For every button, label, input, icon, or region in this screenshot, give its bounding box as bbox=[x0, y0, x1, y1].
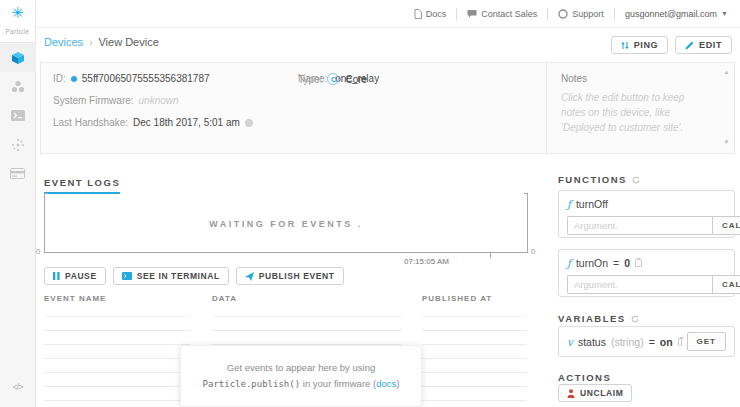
call-button[interactable]: CALL bbox=[712, 216, 740, 235]
account-email: gusgonnet@gmail.com bbox=[625, 9, 717, 19]
device-info: ID: 55ff70065075555356381787 Name: one_r… bbox=[53, 73, 533, 139]
publish-event-label: PUBLISH EVENT bbox=[259, 271, 335, 281]
unclaim-label: UNCLAIM bbox=[580, 388, 623, 398]
docs-icon bbox=[414, 9, 422, 19]
argument-input[interactable] bbox=[567, 216, 712, 235]
pause-icon bbox=[53, 272, 60, 280]
unclaim-person-icon bbox=[567, 389, 575, 398]
variable-equals: = bbox=[649, 336, 655, 348]
hint-code: Particle.publish() bbox=[203, 379, 301, 389]
get-button[interactable]: GET bbox=[687, 332, 726, 351]
notes-placeholder: Click the edit button to keep notes on t… bbox=[561, 90, 711, 135]
particle-logo[interactable]: ✳ Particle bbox=[0, 0, 35, 43]
notes-panel: Notes Click the edit button to keep note… bbox=[546, 63, 736, 153]
docs-label: Docs bbox=[426, 9, 447, 19]
argument-input[interactable] bbox=[567, 275, 712, 294]
see-in-terminal-label: SEE IN TERMINAL bbox=[137, 271, 220, 281]
breadcrumb-devices-link[interactable]: Devices bbox=[44, 36, 83, 48]
sidebar-item-console[interactable] bbox=[0, 101, 36, 130]
apps-circles-icon bbox=[11, 80, 25, 93]
device-info-card: ID: 55ff70065075555356381787 Name: one_r… bbox=[40, 62, 735, 154]
edit-button[interactable]: EDIT bbox=[675, 36, 732, 54]
scroll-down-icon[interactable]: ▼ bbox=[724, 139, 730, 145]
table-row bbox=[44, 310, 530, 324]
header-divider bbox=[547, 8, 548, 20]
sidebar-item-integrations[interactable] bbox=[0, 130, 36, 159]
chart-tick bbox=[524, 193, 528, 194]
variable-value: on bbox=[660, 336, 673, 348]
terminal-icon bbox=[122, 272, 132, 280]
device-type-value: Core bbox=[345, 74, 367, 85]
event-log-buttons: PAUSE SEE IN TERMINAL PUBLISH EVENT bbox=[44, 267, 344, 285]
console-terminal-icon bbox=[11, 110, 25, 121]
particle-logo-text: Particle bbox=[5, 28, 29, 35]
function-name: turnOn bbox=[576, 257, 608, 269]
functions-title: FUNCTIONS bbox=[558, 174, 627, 185]
function-name: turnOff bbox=[576, 198, 608, 210]
copy-icon[interactable] bbox=[678, 338, 682, 346]
chart-zero-left: 0 bbox=[36, 247, 40, 256]
chart-baseline bbox=[44, 252, 528, 253]
event-table-header: EVENT NAME DATA PUBLISHED AT bbox=[44, 294, 530, 304]
ping-button[interactable]: PING bbox=[611, 36, 668, 54]
device-actions: PING EDIT bbox=[611, 36, 732, 54]
empty-events-hint: Get events to appear here by using Parti… bbox=[180, 345, 422, 407]
scroll-up-icon[interactable]: ▲ bbox=[724, 69, 730, 75]
sidebar: ✳ Particle bbox=[0, 0, 36, 407]
breadcrumb-separator: › bbox=[89, 37, 92, 48]
publish-event-button[interactable]: PUBLISH EVENT bbox=[236, 267, 344, 285]
header-divider bbox=[456, 8, 457, 20]
chat-bubble-icon bbox=[467, 9, 477, 18]
info-icon[interactable] bbox=[245, 119, 253, 127]
refresh-icon[interactable] bbox=[632, 176, 640, 184]
account-menu[interactable]: gusgonnet@gmail.com ▼ bbox=[625, 9, 728, 19]
function-icon: ƒ bbox=[567, 198, 571, 210]
ping-label: PING bbox=[634, 40, 658, 50]
event-logs-header: EVENT LOGS bbox=[44, 172, 120, 194]
hint-line1: Get events to appear here by using bbox=[227, 362, 375, 373]
device-type-label: Type: bbox=[298, 74, 322, 85]
see-in-terminal-button[interactable]: SEE IN TERMINAL bbox=[113, 267, 229, 285]
table-row bbox=[44, 324, 530, 338]
function-card-turnoff: ƒ turnOff CALL bbox=[558, 190, 735, 238]
header-divider bbox=[614, 8, 615, 20]
contact-sales-label: Contact Sales bbox=[481, 9, 537, 19]
event-logs-title: EVENT LOGS bbox=[44, 177, 120, 188]
support-link[interactable]: Support bbox=[558, 9, 604, 19]
docs-link[interactable]: Docs bbox=[414, 9, 447, 19]
breadcrumb: Devices › View Device bbox=[44, 36, 159, 48]
pause-button[interactable]: PAUSE bbox=[44, 267, 106, 285]
chevron-down-icon: ▼ bbox=[721, 10, 728, 17]
actions-header: ACTIONS bbox=[558, 372, 611, 383]
variable-icon: v bbox=[567, 336, 573, 348]
function-equals: = bbox=[613, 257, 619, 269]
contact-sales-link[interactable]: Contact Sales bbox=[467, 9, 537, 19]
notes-scrollbar[interactable]: ▲ ▼ bbox=[723, 69, 730, 145]
integrations-spark-icon bbox=[11, 138, 25, 152]
firmware-value: unknown bbox=[139, 95, 179, 106]
column-data: DATA bbox=[212, 294, 237, 303]
column-event-name: EVENT NAME bbox=[44, 294, 106, 303]
unclaim-button[interactable]: UNCLAIM bbox=[558, 384, 632, 402]
docs-hint-link[interactable]: docs bbox=[376, 378, 396, 389]
sidebar-item-devices[interactable] bbox=[0, 43, 36, 72]
event-chart: WAITING FOR EVENTS . bbox=[44, 193, 528, 253]
edit-label: EDIT bbox=[699, 40, 722, 50]
function-card-turnon: ƒ turnOn = 0 CALL bbox=[558, 249, 735, 297]
firmware-label: System Firmware: bbox=[53, 95, 134, 106]
device-id-label: ID: bbox=[53, 73, 66, 84]
top-header: Docs Contact Sales Support gusgonnet@gma… bbox=[36, 0, 740, 28]
sidebar-item-code[interactable]: </> bbox=[0, 372, 36, 401]
copy-icon[interactable] bbox=[635, 259, 642, 267]
sidebar-item-billing[interactable] bbox=[0, 159, 36, 188]
pencil-icon bbox=[685, 41, 694, 50]
refresh-icon[interactable] bbox=[631, 315, 639, 323]
variables-title: VARIABLES bbox=[558, 313, 626, 324]
column-published-at: PUBLISHED AT bbox=[422, 294, 492, 303]
chart-tick bbox=[44, 193, 48, 194]
call-button[interactable]: CALL bbox=[712, 275, 740, 294]
breadcrumb-current: View Device bbox=[98, 36, 158, 48]
sidebar-item-apps[interactable] bbox=[0, 72, 36, 101]
actions-title: ACTIONS bbox=[558, 372, 611, 383]
chart-zero-right: 0 bbox=[531, 247, 535, 256]
